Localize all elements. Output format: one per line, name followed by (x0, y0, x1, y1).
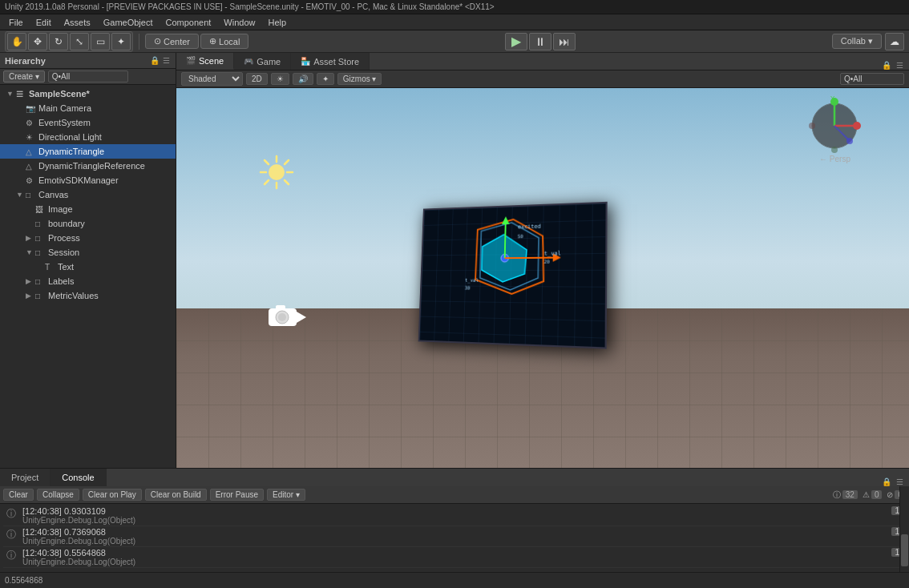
console-tabs: Project Console 🔒 ☰ (0, 469, 909, 486)
hierarchy-tree: ▼ ☰ SampleScene* 📷 Main Camera ⚙ EventSy… (0, 85, 176, 468)
console-menu[interactable]: ☰ (895, 477, 904, 486)
scene-search[interactable] (840, 73, 904, 85)
tree-session[interactable]: ▼ □ Session (0, 245, 176, 260)
rotate-tool[interactable]: ↻ (49, 33, 68, 50)
create-button[interactable]: Create ▾ (3, 70, 45, 83)
scene-root[interactable]: ▼ ☰ SampleScene* (0, 87, 176, 101)
tree-emotiv-mgr[interactable]: ⚙ EmotivSDKManager (0, 173, 176, 187)
menu-file[interactable]: File (3, 16, 29, 29)
tree-text[interactable]: T Text (0, 260, 176, 274)
log-item-2[interactable]: ⓘ [12:40:38] 0.5564868 UnityEngine.Debug… (3, 547, 906, 568)
emotiv-label: EmotivSDKManager (38, 175, 119, 185)
move-tool[interactable]: ✥ (28, 33, 47, 50)
cloud-button[interactable]: ☁ (885, 33, 904, 50)
console-tab-console[interactable]: Console (50, 469, 106, 486)
local-btn[interactable]: ⊕ Local (200, 34, 248, 49)
log-item-1[interactable]: ⓘ [12:40:38] 0.7369068 UnityEngine.Debug… (3, 526, 906, 547)
shading-mode-select[interactable]: Shaded Wireframe (181, 72, 243, 86)
tree-dynamic-triangle[interactable]: △ DynamicTriangle (0, 144, 176, 159)
effects-toggle[interactable]: ✦ (317, 73, 334, 85)
tree-image[interactable]: 🖼 Image (0, 202, 176, 216)
center-label: Center (164, 37, 190, 46)
scene-tab-label: Scene (199, 56, 224, 66)
hierarchy-search[interactable] (48, 70, 128, 83)
2d-btn[interactable]: 2D (246, 73, 268, 85)
clear-on-play-btn[interactable]: Clear on Play (83, 489, 142, 501)
scene-arrow: ▼ (6, 90, 16, 98)
hierarchy-lock[interactable]: 🔒 (150, 56, 160, 66)
editor-btn[interactable]: Editor ▾ (267, 489, 305, 501)
menu-gameobject[interactable]: GameObject (98, 16, 159, 29)
svg-point-39 (809, 123, 815, 129)
error-pause-btn[interactable]: Error Pause (210, 489, 264, 501)
scene-tab-game[interactable]: 🎮 Game (234, 53, 291, 70)
pause-button[interactable]: ⏸ (529, 33, 551, 50)
log-icon-0: ⓘ (6, 507, 18, 521)
scene-tabs: 🎬 Scene 🎮 Game 🏪 Asset Store 🔒 ☰ (176, 53, 909, 70)
svg-text:Y: Y (830, 96, 835, 102)
menu-component[interactable]: Component (160, 16, 216, 29)
scene-area: 🎬 Scene 🎮 Game 🏪 Asset Store 🔒 ☰ Shaded … (176, 53, 909, 468)
log-value-2: [12:40:38] 0.5564868 (22, 548, 135, 558)
custom-tool[interactable]: ✦ (111, 33, 131, 50)
msg-icon: ⓘ (833, 489, 841, 501)
play-button[interactable]: ▶ (505, 33, 527, 50)
tree-triangle-ref[interactable]: △ DynamicTriangleReference (0, 159, 176, 173)
menu-help[interactable]: Help (262, 16, 292, 29)
hand-tool[interactable]: ✋ (7, 33, 26, 50)
hierarchy-menu[interactable]: ☰ (161, 56, 171, 66)
arrow-labels: ▶ (26, 277, 35, 285)
scrollbar-thumb[interactable] (901, 534, 908, 566)
toolbar: ✋ ✥ ↻ ⤡ ▭ ✦ ⊙ Center ⊕ Local ▶ ⏸ ⏭ (0, 30, 909, 53)
tree-canvas[interactable]: ▼ □ Canvas (0, 187, 176, 202)
arrow-canvas: ▼ (16, 191, 26, 199)
tree-directional-light[interactable]: ☀ Directional Light (0, 130, 176, 144)
scale-tool[interactable]: ⤡ (70, 33, 89, 50)
center-btn[interactable]: ⊙ Center (145, 34, 199, 49)
console-scrollbar[interactable] (899, 486, 909, 572)
hierarchy-header: Hierarchy 🔒 ☰ (0, 53, 176, 69)
clear-on-build-btn[interactable]: Clear on Build (145, 489, 207, 501)
tree-metric-values[interactable]: ▶ □ MetricValues (0, 288, 176, 303)
game-tab-icon: 🎮 (244, 57, 253, 66)
scene-tab-scene[interactable]: 🎬 Scene (176, 53, 234, 70)
scene-icon: ☰ (16, 90, 27, 99)
collab-label: Collab ▾ (841, 36, 873, 46)
tree-event-system[interactable]: ⚙ EventSystem (0, 115, 176, 130)
hierarchy-title: Hierarchy (5, 56, 46, 66)
collab-button[interactable]: Collab ▾ (832, 34, 882, 49)
gizmo-widget[interactable]: Y ← Persp (805, 96, 865, 163)
rect-tool[interactable]: ▭ (91, 33, 110, 50)
svg-line-21 (505, 223, 506, 258)
svg-text:t_val: t_val (465, 278, 479, 284)
tree-main-camera[interactable]: 📷 Main Camera (0, 101, 176, 115)
svg-point-37 (846, 138, 853, 144)
collapse-btn[interactable]: Collapse (37, 489, 79, 501)
console-lock[interactable]: 🔒 (882, 477, 891, 486)
menu-window[interactable]: Window (218, 16, 261, 29)
menu-assets[interactable]: Assets (59, 16, 96, 29)
tree-labels[interactable]: ▶ □ Labels (0, 274, 176, 288)
light-toggle[interactable]: ☀ (271, 73, 289, 85)
step-button[interactable]: ⏭ (553, 33, 576, 50)
local-label: Local (219, 37, 240, 46)
arrow-metric: ▶ (26, 292, 35, 300)
console-tab-project[interactable]: Project (0, 469, 50, 486)
tree-process[interactable]: ▶ □ Process (0, 231, 176, 245)
scene-tab-assetstore[interactable]: 🏪 Asset Store (291, 53, 370, 70)
triangle-label: DynamicTriangle (38, 147, 104, 156)
scene-viewport[interactable]: excited 50 t_val 20 t_val 30 (176, 88, 909, 468)
boundary-label: boundary (48, 219, 85, 228)
svg-point-0 (269, 164, 285, 180)
gizmos-btn[interactable]: Gizmos ▾ (337, 73, 382, 85)
clear-btn[interactable]: Clear (3, 489, 34, 501)
menu-edit[interactable]: Edit (30, 16, 57, 29)
labels-label: Labels (48, 276, 74, 286)
tree-boundary[interactable]: □ boundary (0, 216, 176, 231)
scene-menu[interactable]: ☰ (895, 60, 904, 70)
log-item-0[interactable]: ⓘ [12:40:38] 0.9303109 UnityEngine.Debug… (3, 505, 906, 526)
svg-text:20: 20 (544, 260, 551, 264)
audio-toggle[interactable]: 🔊 (293, 73, 313, 85)
svg-text:30: 30 (465, 286, 471, 291)
scene-lock[interactable]: 🔒 (882, 60, 891, 70)
